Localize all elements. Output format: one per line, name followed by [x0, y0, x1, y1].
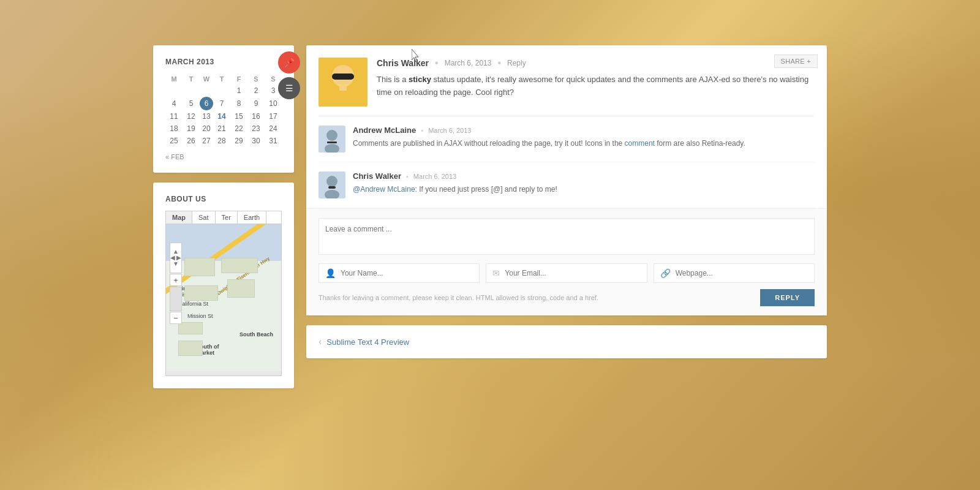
email-input[interactable]: [505, 264, 640, 282]
comment-dot-1: •: [421, 127, 423, 134]
prev-post-nav[interactable]: ‹ Sublime Text 4 Preview: [318, 336, 409, 347]
cal-header-t: T: [183, 74, 200, 85]
cal-day-27[interactable]: 27: [200, 135, 213, 147]
cal-day-24[interactable]: 24: [265, 123, 282, 135]
cal-day-31[interactable]: 31: [265, 135, 282, 147]
map-label-miss: Mission St: [187, 313, 213, 319]
pin-button[interactable]: 📌: [278, 51, 300, 74]
reply-button[interactable]: REPLY: [760, 289, 815, 306]
comment-author-name-2: Chris Walker: [353, 172, 401, 181]
cal-day-11[interactable]: 11: [165, 110, 183, 123]
comment-form: 👤 ✉ 🔗 Thanks for leaving a: [306, 208, 827, 315]
map-block-3: [184, 285, 218, 301]
prev-month-button[interactable]: « FEB: [165, 153, 184, 160]
cal-day-28[interactable]: 28: [213, 135, 230, 147]
email-input-wrap: ✉: [486, 263, 647, 283]
comment-author-name-1: Andrew McLaine: [353, 126, 416, 135]
cal-day-26[interactable]: 26: [183, 135, 200, 147]
name-input[interactable]: [341, 264, 473, 282]
email-icon: ✉: [492, 268, 500, 278]
cal-day-empty: [213, 85, 230, 97]
cal-day-2[interactable]: 2: [247, 85, 265, 97]
menu-icon: ☰: [285, 83, 293, 93]
cal-header-f: F: [230, 74, 247, 85]
post-card: 📌 ☰: [306, 45, 827, 315]
cal-day-25[interactable]: 25: [165, 135, 183, 147]
post-date: March 6, 2013: [445, 59, 492, 67]
web-icon: 🔗: [660, 268, 671, 278]
nav-post-card: ‹ Sublime Text 4 Preview: [306, 325, 827, 358]
comment-avatar-2: [318, 172, 345, 198]
meta-dot-2: •: [497, 58, 501, 69]
map-zoom-in[interactable]: +: [170, 274, 182, 286]
author-name: Chris Walker: [377, 58, 429, 68]
post-text-part2: status update, it's really awesome for q…: [377, 75, 809, 97]
reply-link[interactable]: Reply: [507, 59, 526, 67]
comment-body-2: Chris Walker • March 6, 2013 @Andrew McL…: [353, 172, 815, 198]
cal-header-w: W: [200, 74, 213, 85]
mention-link[interactable]: @Andrew McLaine: [353, 185, 415, 194]
map-btn-ter[interactable]: Ter: [216, 211, 238, 224]
cal-day-4[interactable]: 4: [165, 97, 183, 110]
map-controls: ▲◀▶▼ + −: [170, 243, 182, 324]
map-water: [166, 224, 281, 261]
name-input-wrap: 👤: [318, 263, 480, 283]
cal-day-8[interactable]: 8: [230, 97, 247, 110]
post-text-part1: This is a: [377, 75, 409, 84]
cal-day-21[interactable]: 21: [213, 123, 230, 135]
cal-day-19[interactable]: 19: [183, 123, 200, 135]
map-container[interactable]: Map Sat Ter Earth FinancialDistrict Miss…: [165, 211, 282, 376]
map-btn-sat[interactable]: Sat: [192, 211, 216, 224]
cal-day-13[interactable]: 13: [200, 110, 213, 123]
cal-header-m: M: [165, 74, 183, 85]
post-meta: Chris Walker • March 6, 2013 • Reply Thi…: [377, 58, 815, 99]
map-label-beach: South Beach: [239, 331, 273, 337]
cal-day-18[interactable]: 18: [165, 123, 183, 135]
share-button[interactable]: SHARE +: [774, 55, 818, 68]
map-btn-earth[interactable]: Earth: [238, 211, 266, 224]
cal-day-17[interactable]: 17: [265, 110, 282, 123]
cal-day-14[interactable]: 14: [213, 110, 230, 123]
cal-day-30[interactable]: 30: [247, 135, 265, 147]
menu-button[interactable]: ☰: [278, 77, 300, 99]
cal-day-22[interactable]: 22: [230, 123, 247, 135]
comment-date-2: March 6, 2013: [413, 173, 456, 180]
cal-day-6[interactable]: 6: [200, 97, 213, 110]
cal-header-s: S: [247, 74, 265, 85]
calendar-title: MARCH 2013: [165, 58, 282, 66]
comment-date-1: March 6, 2013: [428, 127, 471, 134]
author-avatar: [318, 58, 368, 107]
cal-day-20[interactable]: 20: [200, 123, 213, 135]
cal-day-12[interactable]: 12: [183, 110, 200, 123]
sidebar: MARCH 2013 M T W T F S S: [153, 45, 294, 398]
cal-day-5[interactable]: 5: [183, 97, 200, 110]
post-text-bold: sticky: [409, 75, 431, 84]
cal-day-empty: [200, 85, 213, 97]
web-input-wrap: 🔗: [654, 263, 815, 283]
map-nav-arrows[interactable]: ▲◀▶▼: [170, 243, 182, 273]
cal-day-16[interactable]: 16: [247, 110, 265, 123]
svg-rect-11: [328, 186, 336, 189]
post-text: This is a sticky status update, it's rea…: [377, 74, 815, 99]
cal-day-7[interactable]: 7: [213, 97, 230, 110]
comment-link-1[interactable]: comment: [625, 139, 655, 148]
comment-author-line-1: Andrew McLaine • March 6, 2013: [353, 126, 815, 135]
cal-day-29[interactable]: 29: [230, 135, 247, 147]
cal-day-1[interactable]: 1: [230, 85, 247, 97]
cal-day-15[interactable]: 15: [230, 110, 247, 123]
main-content: 📌 ☰: [306, 45, 827, 398]
comment-textarea[interactable]: [318, 218, 815, 255]
post-side-actions: 📌 ☰: [278, 51, 300, 99]
cal-day-23[interactable]: 23: [247, 123, 265, 135]
comment-dot-2: •: [406, 173, 409, 180]
comment-text-1: Comments are published in AJAX without r…: [353, 138, 815, 149]
map-btn-map[interactable]: Map: [166, 211, 192, 224]
comment-note: Thanks for leaving a comment, please kee…: [318, 294, 598, 301]
avatar-svg: [318, 58, 368, 107]
svg-rect-2: [332, 74, 354, 80]
about-title: ABOUT US: [165, 195, 282, 203]
map-zoom-out[interactable]: −: [170, 312, 182, 324]
cal-day-9[interactable]: 9: [247, 97, 265, 110]
web-input[interactable]: [676, 264, 808, 282]
map-block-2: [221, 258, 258, 273]
